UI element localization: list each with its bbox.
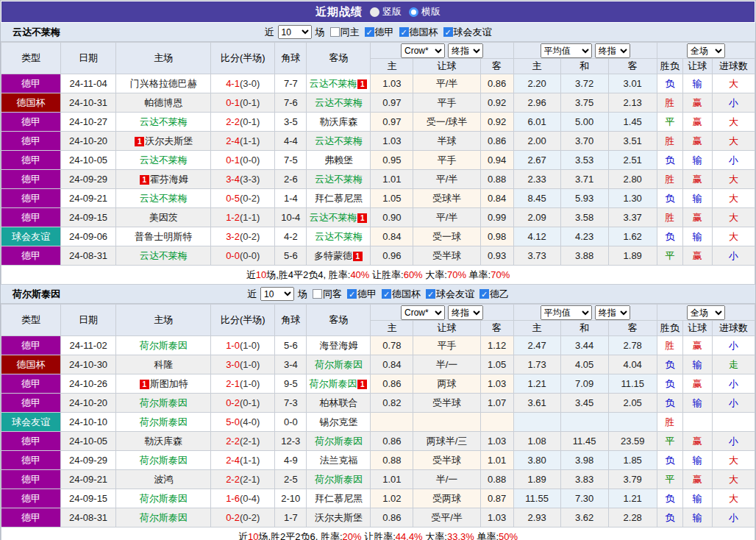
full-score: 3-2	[226, 231, 240, 242]
league-badge: 德甲	[1, 508, 61, 527]
odds-company-select[interactable]: Crow*	[401, 43, 445, 58]
sub-column-header: 让球	[682, 59, 712, 74]
final-odds-select[interactable]: 终指	[448, 43, 483, 58]
home-team-cell: 荷尔斯泰因	[116, 394, 211, 413]
score-cell: 2-1(1-0)	[211, 374, 275, 394]
score-cell: 3-2(0-2)	[211, 227, 275, 246]
average-odds-value: 4.04	[608, 355, 657, 374]
result-outcome: 负	[657, 508, 682, 527]
full-match-select-group: 全场	[657, 305, 755, 321]
full-score: 1-2	[226, 212, 240, 223]
match-count-select[interactable]: 10	[260, 287, 294, 301]
match-row: 德甲24-10-201沃尔夫斯堡2-4(1-1)4-4云达不莱梅1.03半球0.…	[1, 132, 755, 151]
full-score: 2-1	[226, 378, 240, 389]
odds-value: 0.92	[480, 113, 513, 132]
vertical-layout-radio[interactable]: 竖版	[370, 5, 402, 18]
average-odds-value: 3.71	[560, 170, 608, 189]
full-match-select[interactable]: 全场	[687, 43, 725, 58]
home-team-cell: 荷尔斯泰因	[116, 508, 211, 527]
table-body: 德甲24-11-02荷尔斯泰因1-0(1-0)5-6海登海姆0.78平手1.12…	[1, 336, 755, 540]
match-row: 德甲24-10-20荷尔斯泰因0-2(0-1)7-3柏林联合0.82受半球1.0…	[1, 394, 755, 413]
average-odds-value: 2.13	[608, 93, 657, 113]
result-outcome: 胜	[657, 170, 682, 189]
half-score: (0-1)	[240, 397, 260, 408]
same-side-checkbox[interactable]: 同客	[313, 288, 342, 301]
odds-company-select[interactable]: Crow*	[401, 305, 445, 320]
average-odds-value: 3.80	[513, 451, 560, 470]
corner-score: 2-10	[275, 489, 307, 508]
league-checkbox[interactable]: 德甲	[347, 288, 377, 301]
away-team-cell: 多特蒙德1	[307, 246, 371, 266]
half-score: (4-0)	[240, 416, 260, 427]
league-checkbox[interactable]: 球会友谊	[443, 26, 492, 39]
match-date: 24-10-10	[61, 413, 116, 432]
match-row: 德甲24-09-15美因茨1-2(1-1)10-4云达不莱梅10.90平/半0.…	[1, 208, 755, 227]
full-match-select[interactable]: 全场	[687, 305, 725, 320]
result-goals: 小	[712, 432, 755, 451]
match-row: 球会友谊24-10-10荷尔斯泰因5-0(4-0)0-0锡尔克堡胜	[1, 413, 755, 432]
league-badge: 德甲	[1, 246, 61, 266]
average-odds-value: 2.00	[513, 132, 560, 151]
summary-stat-label: 单率:	[466, 269, 491, 280]
result-handicap: 赢	[682, 336, 712, 355]
odds-value: 0.88	[371, 451, 413, 470]
average-odds-value: 4.23	[560, 227, 608, 246]
match-row: 德甲24-09-29荷尔斯泰因2-4(1-1)4-9法兰克福0.88受半球1.0…	[1, 451, 755, 470]
league-checkbox[interactable]: 德国杯	[382, 288, 421, 301]
average-select[interactable]: 平均值	[541, 43, 592, 58]
sub-column-header: 客	[608, 321, 657, 336]
final-odds-select[interactable]: 终指	[448, 305, 483, 320]
full-score: 2-2	[226, 436, 240, 447]
average-odds-value: 1.45	[608, 113, 657, 132]
league-badge: 德甲	[1, 132, 61, 151]
corner-score: 4-2	[275, 227, 307, 246]
result-goals: 小	[712, 374, 755, 394]
match-row: 德甲24-10-27云达不莱梅2-2(0-1)3-5勒沃库森0.97受一/球半0…	[1, 113, 755, 132]
match-date: 24-10-30	[61, 355, 116, 374]
summary-row: 近10场,胜2平2负6, 胜率:20% 让胜率:44.4% 大率:33.3% 单…	[1, 527, 755, 540]
match-date: 24-10-26	[61, 374, 116, 394]
average-odds-value: 1.73	[513, 355, 560, 374]
average-select[interactable]: 平均值	[541, 305, 592, 320]
team-link: 科隆	[154, 359, 173, 370]
away-team-cell: 荷尔斯泰因	[307, 355, 371, 374]
same-side-checkbox[interactable]: 同主	[330, 26, 360, 39]
odds-value: 受一/球半	[413, 113, 480, 132]
result-handicap: 输	[682, 355, 712, 374]
odds-value: 平/半	[413, 74, 480, 93]
full-score: 0-1	[226, 154, 240, 166]
odds-value: 0.84	[480, 189, 513, 208]
league-checkbox[interactable]: 德甲	[365, 26, 394, 39]
result-goals: 小	[712, 151, 755, 170]
summary-stat-value: 70%	[447, 269, 466, 280]
summary-stat-label: 大率:	[423, 531, 447, 540]
league-checkbox[interactable]: 球会友谊	[426, 288, 474, 301]
average-odds-value: 2.28	[608, 508, 657, 527]
half-score: (0-2)	[240, 231, 260, 242]
result-goals: 小	[712, 394, 755, 413]
result-handicap: 输	[682, 74, 712, 93]
result-goals: 大	[712, 189, 755, 208]
match-count-select[interactable]: 10	[278, 25, 312, 39]
final-odds-select-2[interactable]: 终指	[595, 43, 630, 58]
match-date: 24-11-04	[61, 74, 116, 93]
league-checkbox[interactable]: 德国杯	[399, 26, 438, 39]
average-odds-value: 3.61	[513, 394, 560, 413]
team-link: 拜仁慕尼黑	[315, 193, 363, 204]
corner-score: 3-5	[275, 113, 307, 132]
result-outcome: 负	[657, 355, 682, 374]
full-score: 0-2	[226, 512, 240, 523]
home-team-cell: 勒沃库森	[116, 432, 211, 451]
horizontal-layout-radio[interactable]: 横版	[409, 5, 441, 18]
league-badge: 球会友谊	[1, 413, 61, 432]
final-odds-select-2[interactable]: 终指	[595, 305, 630, 320]
home-team-cell: 1沃尔夫斯堡	[116, 132, 211, 151]
match-row: 德甲24-10-261斯图加特2-1(1-0)9-5荷尔斯泰因10.86两球1.…	[1, 374, 755, 394]
match-date: 24-10-27	[61, 113, 116, 132]
full-score: 1-0	[226, 340, 240, 351]
average-odds-value: 2.05	[608, 394, 657, 413]
league-checkbox[interactable]: 德乙	[479, 288, 509, 301]
average-odds-value: 3.98	[560, 451, 608, 470]
average-odds-value: 2.93	[513, 508, 560, 527]
league-label: 德国杯	[410, 26, 438, 39]
